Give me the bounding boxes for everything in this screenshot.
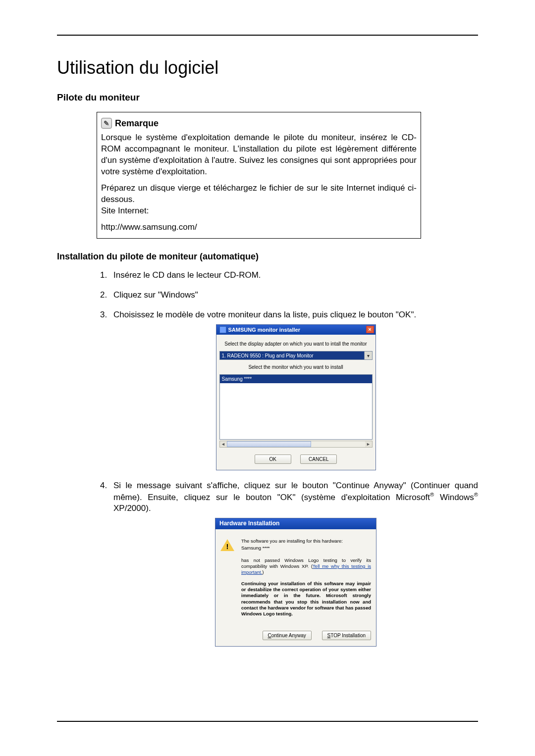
monitor-list-item[interactable]: Samsung **** bbox=[220, 375, 372, 383]
warning-bold-text: Continuing your installation of this sof… bbox=[241, 581, 371, 617]
note-box: ✎ Remarque Lorsque le système d'exploita… bbox=[97, 112, 421, 239]
warning-icon: ! bbox=[220, 539, 234, 552]
step-2: Cliquez sur "Windows" bbox=[109, 290, 478, 301]
dialog-titlebar: Hardware Installation bbox=[215, 518, 376, 529]
scroll-left-icon[interactable]: ◄ bbox=[220, 441, 227, 447]
bottom-separator bbox=[57, 721, 478, 722]
cancel-button[interactable]: CANCEL bbox=[300, 454, 337, 464]
step-4-text-b: Windows bbox=[440, 493, 474, 502]
step-4-text-a: Si le message suivant s'affiche, cliquez… bbox=[113, 481, 478, 502]
continue-anyway-button[interactable]: Continue Anyway bbox=[263, 631, 312, 640]
stop-installation-button[interactable]: STOP Installation bbox=[322, 631, 371, 640]
step-4-text-c: XP/2000). bbox=[113, 504, 151, 513]
adapter-select-value: 1. RADEON 9550 : Plug and Play Monitor bbox=[220, 352, 364, 359]
samsung-installer-dialog: SAMSUNG monitor installer × Select the d… bbox=[216, 324, 376, 470]
hw-intro-line: The software you are installing for this… bbox=[241, 538, 371, 544]
hw-name: Samsung **** bbox=[241, 545, 371, 551]
page-title: Utilisation du logiciel bbox=[57, 57, 478, 78]
app-icon bbox=[219, 326, 226, 333]
adapter-select[interactable]: 1. RADEON 9550 : Plug and Play Monitor ▾ bbox=[219, 351, 373, 360]
adapter-prompt: Select the display adapter on which you … bbox=[219, 341, 373, 347]
monitor-listbox[interactable]: Samsung **** bbox=[219, 374, 373, 440]
registered-mark: ® bbox=[474, 492, 478, 498]
logo-test-text-b: ) bbox=[262, 569, 264, 575]
step-3: Choisissez le modèle de votre moniteur d… bbox=[113, 310, 416, 319]
note-icon: ✎ bbox=[101, 118, 112, 129]
dialog-title: SAMSUNG monitor installer bbox=[228, 326, 300, 333]
site-url: http://www.samsung.com/ bbox=[101, 222, 417, 233]
scroll-thumb[interactable] bbox=[227, 441, 311, 447]
ok-button[interactable]: OK bbox=[255, 454, 291, 464]
step-1: Insérez le CD dans le lecteur CD-ROM. bbox=[109, 270, 478, 281]
close-button[interactable]: × bbox=[366, 326, 374, 333]
note-paragraph-1: Lorsque le système d'exploitation demand… bbox=[101, 132, 417, 178]
section-heading: Pilote du moniteur bbox=[57, 92, 478, 103]
dialog-title: Hardware Installation bbox=[219, 520, 279, 527]
subsection-heading: Installation du pilote de moniteur (auto… bbox=[57, 252, 478, 262]
hardware-installation-dialog: Hardware Installation ! The software you… bbox=[215, 518, 376, 646]
note-paragraph-2: Préparez un disque vierge et téléchargez… bbox=[101, 183, 417, 204]
monitor-prompt: Select the monitor which you want to ins… bbox=[219, 364, 373, 370]
dialog-titlebar: SAMSUNG monitor installer × bbox=[216, 325, 375, 335]
site-internet-label: Site Internet: bbox=[101, 206, 149, 215]
registered-mark: ® bbox=[430, 492, 434, 498]
horizontal-scrollbar[interactable]: ◄ ► bbox=[219, 441, 373, 448]
top-separator bbox=[57, 35, 478, 36]
scroll-right-icon[interactable]: ► bbox=[365, 441, 372, 447]
note-heading: Remarque bbox=[115, 117, 159, 129]
chevron-down-icon[interactable]: ▾ bbox=[364, 352, 372, 359]
